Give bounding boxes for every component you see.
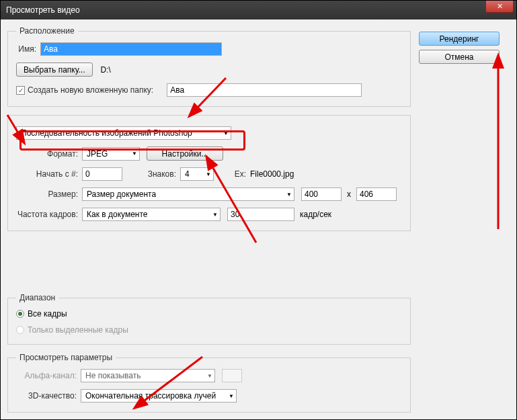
- titlebar: Просмотреть видео ✕: [1, 1, 516, 19]
- format-label: Формат:: [16, 149, 78, 159]
- all-frames-radio[interactable]: [16, 310, 24, 318]
- chevron-down-icon: ▼: [212, 212, 218, 218]
- chevron-down-icon: ▼: [206, 171, 211, 177]
- subfolder-name-input[interactable]: [167, 83, 362, 97]
- size-x: x: [347, 190, 351, 199]
- sequence-type-value: Последовательность изображений Photoshop: [21, 128, 192, 138]
- selected-frames-radio: [16, 326, 24, 334]
- all-frames-label: Все кадры: [28, 309, 67, 319]
- render-button[interactable]: Рендеринг: [419, 32, 500, 46]
- fps-dropdown[interactable]: Как в документе ▼: [82, 208, 221, 221]
- size-label: Размер:: [16, 190, 78, 199]
- preview-group: Просмотреть параметры Альфа-канал: Не по…: [7, 353, 411, 413]
- quality-dropdown[interactable]: Окончательная трассировка лучей ▼: [81, 389, 237, 403]
- location-group: Расположение Имя: Выбрать папку... D:\ ✓…: [7, 26, 411, 107]
- size-dropdown[interactable]: Размер документа ▼: [82, 187, 294, 201]
- create-subfolder-label: Создать новую вложенную папку:: [28, 85, 153, 95]
- example-prefix: Ex:: [227, 169, 246, 179]
- chevron-down-icon: ▼: [229, 393, 234, 399]
- close-icon: ✕: [497, 2, 503, 11]
- digits-dropdown[interactable]: 4 ▼: [180, 167, 214, 181]
- fps-unit: кадр/сек: [300, 210, 331, 219]
- selected-frames-label: Только выделенные кадры: [28, 325, 128, 335]
- path-label: D:\: [101, 65, 111, 75]
- alpha-dropdown[interactable]: Не показывать ▼: [81, 369, 215, 382]
- settings-button[interactable]: Настройки...: [147, 146, 223, 161]
- height-input[interactable]: [356, 187, 397, 201]
- location-legend: Расположение: [16, 26, 78, 36]
- chevron-down-icon: ▼: [207, 373, 212, 379]
- start-input[interactable]: [82, 167, 122, 181]
- digits-label: Знаков:: [136, 169, 176, 179]
- alpha-swatch: [222, 369, 242, 382]
- preview-legend: Просмотреть параметры: [16, 353, 116, 362]
- name-label: Имя:: [16, 44, 36, 54]
- alpha-label: Альфа-канал:: [16, 371, 77, 380]
- close-button[interactable]: ✕: [485, 1, 514, 13]
- file-options-group: Последовательность изображений Photoshop…: [7, 115, 411, 231]
- start-label: Начать с #:: [16, 169, 78, 179]
- sequence-type-dropdown[interactable]: Последовательность изображений Photoshop…: [16, 126, 231, 140]
- quality-label: 3D-качество:: [16, 391, 77, 401]
- example-value: File0000.jpg: [250, 169, 294, 179]
- browse-folder-button[interactable]: Выбрать папку...: [16, 62, 93, 77]
- width-input[interactable]: [301, 187, 342, 201]
- chevron-down-icon: ▼: [223, 130, 229, 136]
- chevron-down-icon: ▼: [132, 151, 137, 157]
- format-dropdown[interactable]: JPEG ▼: [82, 147, 140, 161]
- name-input[interactable]: [40, 42, 222, 56]
- cancel-button[interactable]: Отмена: [419, 50, 500, 64]
- range-group: Диапазон Все кадры Только выделенные кад…: [7, 293, 411, 345]
- fps-label: Частота кадров:: [16, 210, 78, 219]
- range-legend: Диапазон: [16, 293, 58, 302]
- fps-value-input[interactable]: [227, 208, 294, 221]
- window-title: Просмотреть видео: [6, 5, 80, 15]
- create-subfolder-checkbox[interactable]: ✓: [16, 86, 25, 95]
- chevron-down-icon: ▼: [286, 192, 292, 198]
